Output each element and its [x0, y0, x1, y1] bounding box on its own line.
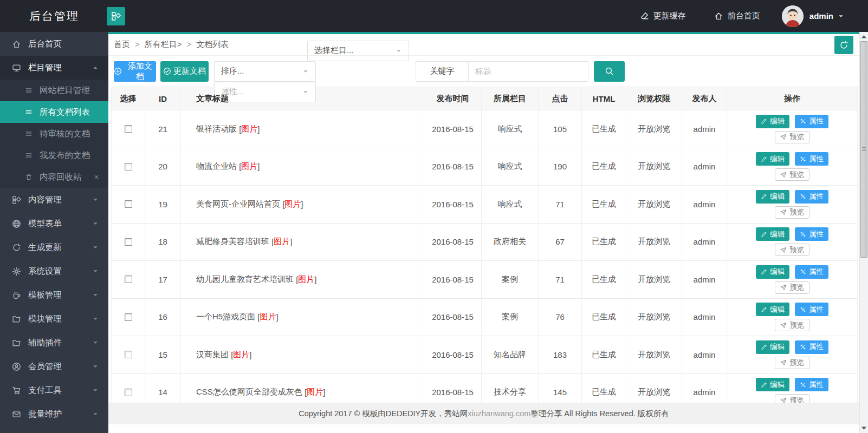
chevron-down-icon[interactable]	[838, 13, 844, 19]
add-document-button[interactable]: 添加文档	[114, 61, 156, 82]
doc-title-link[interactable]: CSS怎么使网页全部变成灰色	[196, 387, 302, 397]
attribute-button[interactable]: 属性	[795, 190, 828, 204]
column-header-8: 发布人	[682, 87, 727, 110]
preview-button[interactable]: 预览	[775, 206, 809, 219]
publish-date: 2016-08-15	[424, 148, 482, 186]
edit-button[interactable]: 编辑	[756, 303, 789, 316]
attr-label: 属性	[809, 229, 824, 239]
click-count: 190	[539, 148, 582, 186]
preview-button[interactable]: 预览	[775, 319, 809, 331]
update-document-button[interactable]: 更新文档	[160, 61, 209, 82]
sidebar-item-4[interactable]: 生成更新	[0, 235, 108, 259]
doc-title-link[interactable]: 物流企业站	[196, 161, 237, 172]
search-button[interactable]	[594, 61, 625, 82]
tag-bracket: ]	[276, 312, 278, 322]
edit-button[interactable]: 编辑	[756, 227, 789, 241]
sidebar-item-7[interactable]: 模块管理	[0, 307, 108, 331]
attribute-button[interactable]: 属性	[795, 303, 828, 316]
avatar[interactable]	[782, 5, 804, 27]
html-status: 已生成	[582, 110, 626, 148]
doc-title-link[interactable]: 幼儿园儿童教育艺术培训班	[196, 274, 294, 285]
close-icon[interactable]	[93, 174, 100, 180]
refresh-button[interactable]	[834, 36, 853, 54]
filter-select-1[interactable]: 排序...	[214, 61, 316, 82]
attribute-button[interactable]: 属性	[795, 340, 828, 354]
row-checkbox[interactable]	[125, 238, 132, 246]
trash-icon	[25, 173, 33, 181]
sidebar-subitem-0[interactable]: 网站栏目管理	[0, 80, 108, 101]
monitor-icon	[12, 63, 21, 73]
pencil-icon	[761, 382, 767, 388]
tools-icon	[800, 156, 806, 162]
row-checkbox[interactable]	[125, 125, 132, 133]
edit-button[interactable]: 编辑	[756, 265, 789, 279]
attribute-button[interactable]: 属性	[795, 265, 828, 279]
pencil-icon	[761, 268, 767, 275]
sidebar-item-9[interactable]: 会员管理	[0, 355, 108, 378]
sidebar-item-1[interactable]: 栏目管理	[0, 56, 108, 80]
breadcrumb-item-1[interactable]: 所有栏目>	[145, 40, 182, 49]
apps-menu-button[interactable]	[107, 7, 125, 25]
edit-button[interactable]: 编辑	[756, 152, 789, 166]
footer-site-link[interactable]: xiuzhanwang.com	[468, 409, 530, 418]
attribute-button[interactable]: 属性	[795, 115, 828, 128]
html-status: 已生成	[582, 148, 626, 186]
attribute-button[interactable]: 属性	[795, 152, 828, 166]
sidebar-subitem-2[interactable]: 待审核的文档	[0, 123, 108, 145]
tag-bracket: ]	[290, 237, 292, 246]
doc-title-link[interactable]: 汉商集团	[196, 350, 229, 360]
preview-button[interactable]: 预览	[775, 357, 809, 369]
preview-button[interactable]: 预览	[775, 131, 809, 143]
sidebar-item-5[interactable]: 系统设置	[0, 259, 108, 283]
sidebar-item-3[interactable]: 模型表单	[0, 212, 108, 235]
sidebar-item-label: 支付工具	[28, 385, 62, 396]
click-count: 183	[539, 336, 582, 373]
preview-button[interactable]: 预览	[775, 244, 809, 256]
sidebar-item-10[interactable]: 支付工具	[0, 378, 108, 402]
row-checkbox[interactable]	[125, 351, 132, 358]
update-cache-button[interactable]: 更新缓存	[640, 11, 686, 21]
edit-button[interactable]: 编辑	[756, 340, 789, 354]
sidebar-subitem-1[interactable]: 所有文档列表	[0, 101, 108, 123]
row-checkbox[interactable]	[125, 163, 132, 170]
title-search-input[interactable]	[469, 62, 588, 81]
doc-title-link[interactable]: 减肥修身美容培训班	[196, 237, 269, 247]
image-tag: 图片	[307, 387, 323, 397]
doc-title-link[interactable]: 一个H5游戏页面	[196, 312, 255, 322]
breadcrumb-item-0[interactable]: 首页	[114, 40, 130, 49]
edit-button[interactable]: 编辑	[756, 115, 789, 128]
sidebar-item-8[interactable]: 辅助插件	[0, 331, 108, 355]
column-header-0: 选择	[112, 87, 145, 110]
preview-button[interactable]: 预览	[775, 394, 809, 403]
html-status: 已生成	[582, 299, 626, 336]
vertical-scrollbar[interactable]	[859, 32, 868, 433]
attribute-button[interactable]: 属性	[795, 378, 828, 391]
preview-button[interactable]: 预览	[775, 168, 809, 181]
sidebar-subitem-3[interactable]: 我发布的文档	[0, 145, 108, 166]
sidebar-item-0[interactable]: 后台首页	[0, 32, 108, 56]
row-checkbox[interactable]	[125, 313, 132, 321]
preview-button[interactable]: 预览	[775, 281, 809, 294]
doc-id: 14	[145, 374, 181, 403]
edit-button[interactable]: 编辑	[756, 378, 789, 391]
publish-date: 2016-08-15	[424, 186, 482, 223]
scrollbar-thumb[interactable]	[860, 41, 867, 258]
sidebar-item-2[interactable]: 内容管理	[0, 188, 108, 212]
user-name[interactable]: admin	[809, 11, 833, 21]
sidebar-item-11[interactable]: 批量维护	[0, 402, 108, 426]
row-checkbox[interactable]	[125, 200, 132, 208]
scroll-down-arrow[interactable]	[860, 424, 868, 432]
image-tag: 图片	[298, 274, 314, 285]
scroll-up-arrow[interactable]	[860, 32, 868, 41]
edit-button[interactable]: 编辑	[756, 190, 789, 204]
tag-bracket: ]	[257, 162, 260, 171]
doc-title-link[interactable]: 银祥活动版	[196, 124, 237, 134]
row-checkbox[interactable]	[125, 275, 132, 283]
sidebar-item-6[interactable]: 模板管理	[0, 283, 108, 307]
front-home-button[interactable]: 前台首页	[714, 11, 760, 21]
attribute-button[interactable]: 属性	[795, 227, 828, 241]
doc-title-link[interactable]: 美食网页-企业网站首页	[196, 199, 280, 209]
table-row: 17幼儿园儿童教育艺术培训班 [图片]2016-08-15案例71已生成开放浏览…	[111, 261, 858, 299]
sidebar-subitem-4[interactable]: 内容回收站	[0, 166, 108, 188]
row-checkbox[interactable]	[125, 389, 132, 396]
